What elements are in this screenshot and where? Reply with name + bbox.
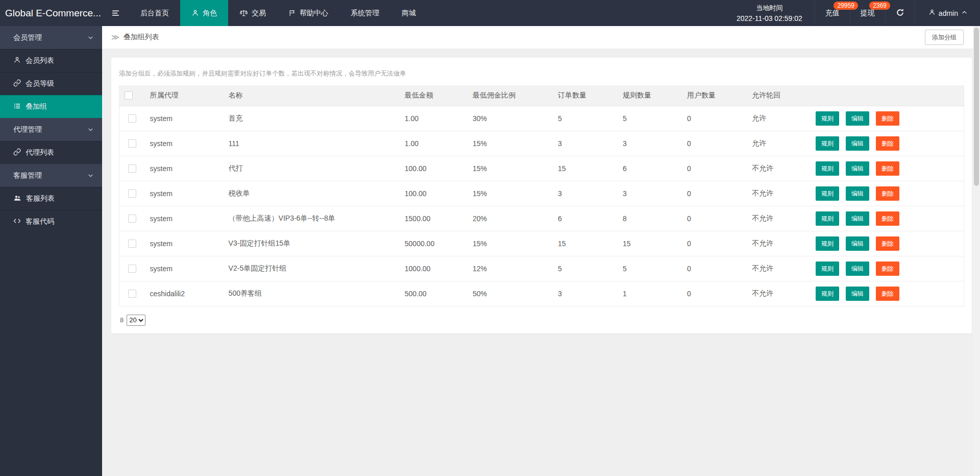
delete-button[interactable]: 删除 — [876, 161, 899, 176]
sidebar-group-agent[interactable]: 代理管理 — [0, 118, 102, 141]
nav-mall[interactable]: 商城 — [390, 0, 427, 26]
edit-button[interactable]: 编辑 — [846, 236, 869, 251]
sidebar-item-member-list[interactable]: 会员列表 — [0, 49, 102, 72]
cell-users: 0 — [682, 156, 747, 181]
sidebar-item-label: 代理列表 — [26, 148, 54, 157]
edit-button[interactable]: 编辑 — [846, 186, 869, 201]
rules-button[interactable]: 规则 — [816, 261, 839, 276]
page-size-select[interactable]: 20 — [127, 315, 145, 326]
delete-button[interactable]: 删除 — [876, 136, 899, 151]
cell-min-amount: 50000.00 — [400, 231, 468, 256]
nav-system[interactable]: 系统管理 — [339, 0, 390, 26]
add-group-button[interactable]: 添加分组 — [925, 30, 964, 45]
cell-name: 首充 — [224, 106, 400, 131]
sidebar-group-service[interactable]: 客服管理 — [0, 164, 102, 187]
row-checkbox[interactable] — [128, 114, 136, 123]
cell-loop: 允许 — [747, 106, 811, 131]
nav-label: 系统管理 — [351, 9, 379, 18]
recharge-label: 充值 — [825, 9, 840, 18]
cell-orders: 3 — [553, 281, 618, 306]
total-count: 8 — [120, 316, 124, 324]
cell-loop: 不允许 — [747, 231, 811, 256]
delete-button[interactable]: 删除 — [876, 111, 899, 126]
delete-button[interactable]: 删除 — [876, 261, 899, 276]
row-checkbox[interactable] — [128, 290, 136, 298]
col-header-orders: 订单数量 — [553, 85, 618, 106]
table-row: system 代打 100.00 15% 15 6 0 不允许 规则 编辑 删除 — [119, 156, 964, 181]
edit-button[interactable]: 编辑 — [846, 111, 869, 126]
page-title: 叠加组列表 — [124, 33, 159, 42]
row-checkbox[interactable] — [128, 189, 136, 198]
nav-dashboard[interactable]: 后台首页 — [129, 0, 180, 26]
edit-button[interactable]: 编辑 — [846, 211, 869, 226]
sidebar-item-label: 会员等级 — [26, 79, 54, 88]
cell-name: 500养客组 — [224, 281, 400, 306]
cell-orders: 15 — [553, 231, 618, 256]
edit-button[interactable]: 编辑 — [846, 261, 869, 276]
select-all-checkbox[interactable] — [125, 91, 133, 100]
user-menu[interactable]: admin — [915, 0, 980, 26]
rules-button[interactable]: 规则 — [816, 111, 839, 126]
row-checkbox[interactable] — [128, 240, 136, 248]
sidebar-group-label: 会员管理 — [13, 33, 42, 42]
link-icon — [13, 148, 21, 157]
table-header-row: 所属代理 名称 最低金额 最低佣金比例 订单数量 规则数量 用户数量 允许轮回 — [119, 85, 964, 106]
cell-min-amount: 100.00 — [400, 181, 468, 206]
cell-min-amount: 1.00 — [400, 131, 468, 156]
cell-min-commission: 12% — [468, 256, 553, 281]
cell-loop: 允许 — [747, 131, 811, 156]
nav-trade[interactable]: 交易 — [228, 0, 277, 26]
nav-roles[interactable]: 角色 — [180, 0, 228, 26]
rules-button[interactable]: 规则 — [816, 136, 839, 151]
rules-button[interactable]: 规则 — [816, 161, 839, 176]
row-checkbox[interactable] — [128, 139, 136, 148]
rules-button[interactable]: 规则 — [816, 211, 839, 226]
cell-name: V2-5单固定打针组 — [224, 256, 400, 281]
sidebar-item-stack-group[interactable]: 叠加组 — [0, 95, 102, 118]
sidebar-item-service-code[interactable]: 客服代码 — [0, 210, 102, 233]
sidebar-item-label: 客服列表 — [26, 194, 55, 203]
scrollbar-thumb[interactable] — [974, 28, 979, 186]
rules-button[interactable]: 规则 — [816, 236, 839, 251]
edit-button[interactable]: 编辑 — [846, 161, 869, 176]
pagination: 8 20 — [119, 315, 964, 326]
sidebar-item-member-level[interactable]: 会员等级 — [0, 72, 102, 95]
edit-button[interactable]: 编辑 — [846, 136, 869, 151]
username: admin — [939, 9, 958, 17]
cell-rules: 1 — [618, 281, 682, 306]
rules-button[interactable]: 规则 — [816, 186, 839, 201]
cell-rules: 5 — [618, 256, 682, 281]
local-time-value: 2022-11-03 02:59:02 — [737, 13, 802, 25]
col-header-name: 名称 — [224, 85, 400, 106]
delete-button[interactable]: 删除 — [876, 211, 899, 226]
topbar-right: 当地时间 2022-11-03 02:59:02 充值 29959 提现 236… — [731, 0, 980, 26]
col-header-rules: 规则数量 — [618, 85, 682, 106]
sidebar-item-agent-list[interactable]: 代理列表 — [0, 141, 102, 164]
chevron-down-icon — [87, 172, 94, 180]
cell-loop: 不允许 — [747, 206, 811, 231]
row-checkbox[interactable] — [128, 215, 136, 223]
list-icon — [13, 102, 21, 111]
cell-agent: system — [145, 131, 224, 156]
withdraw-badge: 2369 — [869, 2, 890, 10]
sidebar-collapse-button[interactable] — [102, 0, 129, 26]
cell-min-amount: 1.00 — [400, 106, 468, 131]
delete-button[interactable]: 删除 — [876, 287, 899, 301]
rules-button[interactable]: 规则 — [816, 287, 839, 301]
sidebar-item-service-list[interactable]: 客服列表 — [0, 187, 102, 210]
local-time: 当地时间 2022-11-03 02:59:02 — [731, 0, 815, 26]
row-checkbox[interactable] — [128, 164, 136, 173]
row-checkbox[interactable] — [128, 265, 136, 273]
app-logo: Global E-Commerce... — [0, 0, 102, 26]
cell-min-amount: 1000.00 — [400, 256, 468, 281]
sidebar-group-label: 客服管理 — [13, 171, 42, 180]
edit-button[interactable]: 编辑 — [846, 287, 869, 301]
delete-button[interactable]: 删除 — [876, 186, 899, 201]
nav-help-center[interactable]: 帮助中心 — [277, 0, 339, 26]
sidebar-group-member[interactable]: 会员管理 — [0, 26, 102, 49]
cell-loop: 不允许 — [747, 181, 811, 206]
cell-name: 税收单 — [224, 181, 400, 206]
vertical-scrollbar[interactable] — [973, 26, 980, 476]
delete-button[interactable]: 删除 — [876, 236, 899, 251]
recharge-button[interactable]: 充值 29959 — [815, 0, 850, 26]
